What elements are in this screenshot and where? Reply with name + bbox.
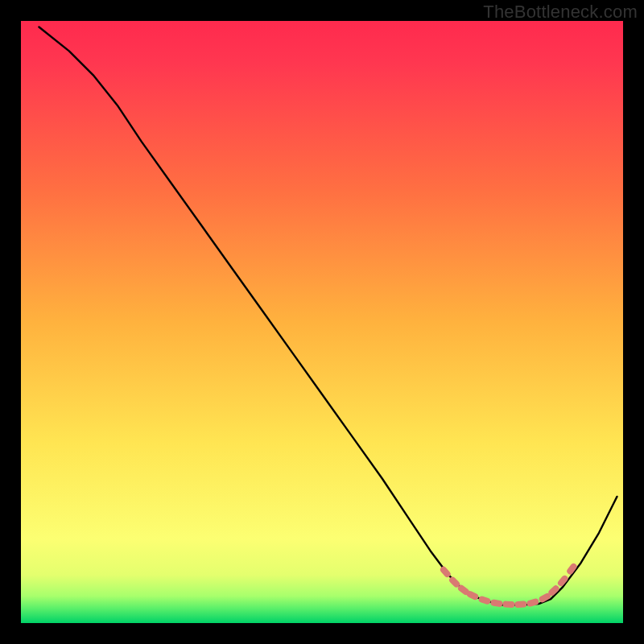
plot-area: [21, 21, 623, 623]
bottleneck-chart: [0, 0, 644, 644]
sweet-spot-dot: [502, 601, 514, 608]
watermark-text: TheBottleneck.com: [483, 2, 638, 23]
sweet-spot-dot: [514, 601, 527, 608]
chart-container: { "watermark": "TheBottleneck.com", "col…: [0, 0, 644, 644]
